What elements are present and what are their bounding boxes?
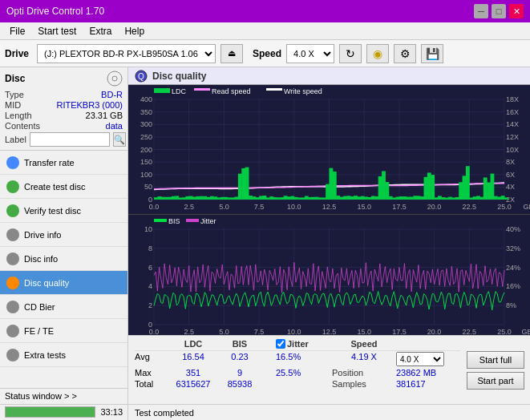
eject-button[interactable]: ⏏ (220, 44, 243, 63)
menu-start-test[interactable]: Start test (31, 24, 83, 38)
sidebar: Disc Type BD-R MID RITEKBR3 (000) Length… (0, 67, 128, 420)
disc-label-button[interactable]: 🔍 (113, 132, 126, 147)
disc-icon-button[interactable]: ◉ (366, 44, 389, 63)
speed-select-stats[interactable]: 4.0 X (396, 352, 444, 366)
drive-select[interactable]: (J:) PLEXTOR BD-R PX-LB950SA 1.06 (37, 44, 216, 63)
disc-panel-icon (107, 71, 123, 87)
disc-mid-label: MID (5, 100, 21, 110)
avg-label: Avg (135, 352, 170, 366)
speed-select-container: 4.0 X (396, 352, 460, 366)
disc-contents-row: Contents data (5, 121, 123, 131)
disc-label-label: Label (5, 135, 26, 144)
drive-info-icon (6, 228, 19, 241)
disc-panel-title: Disc (5, 73, 25, 84)
svg-text:Q: Q (138, 72, 144, 81)
window-controls: ─ □ ✕ (474, 4, 524, 18)
speed-label: Speed (253, 48, 281, 59)
fe-te-label: FE / TE (24, 326, 54, 336)
stats-bar: LDC BIS Jitter Speed Avg 16.54 (128, 335, 530, 404)
menu-file[interactable]: File (3, 24, 31, 38)
verify-test-disc-label: Verify test disc (24, 206, 81, 216)
position-value: 23862 MB (396, 368, 460, 378)
progress-row: 33:13 (0, 405, 127, 420)
avg-jitter: 16.5% (276, 352, 332, 366)
status-window-button[interactable]: Status window > > (0, 389, 127, 405)
total-row: Total 6315627 85938 Samples 381617 (135, 378, 460, 390)
total-label: Total (135, 379, 170, 389)
drive-toolbar: Drive (J:) PLEXTOR BD-R PX-LB950SA 1.06 … (0, 40, 530, 67)
drive-info-label: Drive info (24, 230, 61, 240)
drive-label: Drive (5, 48, 29, 59)
disc-quality-title: Disc quality (152, 71, 206, 82)
time-display: 33:13 (100, 407, 123, 417)
sidebar-item-extra-tests[interactable]: Extra tests (0, 343, 127, 367)
close-button[interactable]: ✕ (509, 4, 524, 18)
max-bis: 9 (216, 368, 263, 378)
extra-tests-icon (6, 349, 19, 361)
total-bis: 85938 (216, 379, 263, 389)
speed-value: 4.19 X (332, 352, 396, 366)
disc-quality-label: Disc quality (24, 278, 69, 288)
disc-contents-value: data (106, 121, 123, 131)
disc-quality-header: Q Disc quality (128, 67, 530, 85)
save-button[interactable]: 💾 (421, 44, 443, 63)
speed-select[interactable]: 4.0 X (286, 44, 334, 63)
speed-header: Speed (332, 339, 396, 349)
max-row: Max 351 9 25.5% Position 23862 MB (135, 367, 460, 378)
max-ldc: 351 (170, 368, 216, 378)
svg-point-0 (107, 71, 122, 86)
sidebar-item-fe-te[interactable]: FE / TE (0, 319, 127, 343)
create-test-disc-label: Create test disc (24, 182, 85, 192)
disc-label-input[interactable] (30, 132, 110, 147)
bis-header: BIS (216, 339, 263, 349)
ldc-chart-canvas (128, 85, 530, 212)
stat-headers: LDC BIS Jitter Speed (135, 339, 460, 351)
avg-row: Avg 16.54 0.23 16.5% 4.19 X 4.0 X (135, 351, 460, 367)
start-buttons: Start full Start part (467, 336, 530, 404)
disc-info-label: Disc info (24, 254, 58, 264)
status-text: Test completed (135, 408, 194, 418)
transfer-rate-label: Transfer rate (24, 158, 75, 168)
disc-type-value: BD-R (101, 90, 123, 99)
refresh-button[interactable]: ↻ (339, 44, 362, 63)
max-label: Max (135, 368, 170, 378)
menu-extra[interactable]: Extra (83, 24, 118, 38)
sidebar-item-transfer-rate[interactable]: Transfer rate (0, 151, 127, 175)
sidebar-item-disc-quality[interactable]: Disc quality (0, 271, 127, 295)
sidebar-item-verify-test-disc[interactable]: Verify test disc (0, 199, 127, 223)
chart-top (128, 85, 530, 215)
fe-te-icon (6, 325, 19, 337)
content-area: Q Disc quality LDC BIS (128, 67, 530, 420)
status-bar: Status window > > 33:13 (0, 388, 127, 420)
sidebar-item-drive-info[interactable]: Drive info (0, 223, 127, 247)
disc-mid-value: RITEKBR3 (000) (56, 100, 123, 110)
sidebar-item-create-test-disc[interactable]: Create test disc (0, 175, 127, 199)
minimize-button[interactable]: ─ (474, 4, 488, 18)
titlebar: Opti Drive Control 1.70 ─ □ ✕ (0, 0, 530, 22)
settings-button[interactable]: ⚙ (394, 44, 416, 63)
start-part-button[interactable]: Start part (467, 372, 524, 390)
extra-tests-label: Extra tests (24, 350, 66, 360)
verify-test-disc-icon (6, 204, 19, 217)
charts-area (128, 85, 530, 335)
disc-type-row: Type BD-R (5, 90, 123, 99)
maximize-button[interactable]: □ (492, 4, 506, 18)
disc-mid-row: MID RITEKBR3 (000) (5, 100, 123, 110)
jitter-checkbox[interactable] (276, 339, 285, 349)
disc-info-icon (6, 252, 19, 265)
disc-length-label: Length (5, 111, 32, 120)
disc-length-value: 23.31 GB (86, 111, 123, 120)
disc-contents-label: Contents (5, 121, 40, 131)
samples-label: Samples (332, 379, 396, 389)
nav-items: Transfer rate Create test disc Verify te… (0, 151, 127, 388)
position-label: Position (332, 368, 396, 378)
status-window-label: Status window > > (5, 391, 77, 401)
samples-value: 381617 (396, 379, 460, 389)
menu-help[interactable]: Help (118, 24, 151, 38)
app-title: Opti Drive Control 1.70 (6, 6, 104, 17)
sidebar-item-disc-info[interactable]: Disc info (0, 247, 127, 271)
start-full-button[interactable]: Start full (467, 351, 524, 369)
disc-quality-icon (6, 277, 19, 289)
chart-bottom (128, 215, 530, 335)
sidebar-item-cd-bier[interactable]: CD Bier (0, 295, 127, 319)
